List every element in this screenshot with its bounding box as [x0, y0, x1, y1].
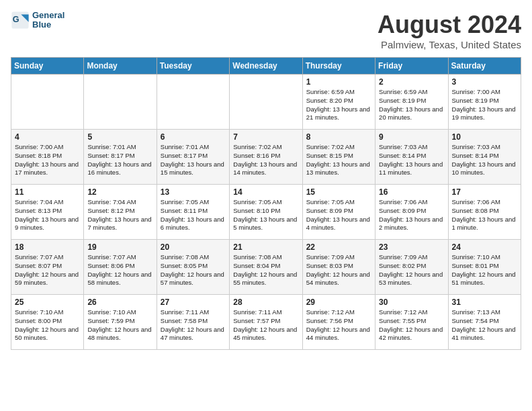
calendar-cell: 14Sunrise: 7:05 AM Sunset: 8:10 PM Dayli…	[230, 185, 302, 240]
cell-info: Sunrise: 7:05 AM Sunset: 8:11 PM Dayligh…	[161, 198, 226, 232]
weekday-header: Tuesday	[157, 58, 229, 75]
day-number: 7	[233, 132, 298, 142]
cell-info: Sunrise: 7:06 AM Sunset: 8:08 PM Dayligh…	[452, 198, 517, 232]
calendar-cell: 29Sunrise: 7:12 AM Sunset: 7:56 PM Dayli…	[302, 295, 375, 350]
cell-info: Sunrise: 7:06 AM Sunset: 8:09 PM Dayligh…	[379, 198, 444, 232]
day-number: 11	[15, 187, 80, 197]
day-number: 25	[15, 298, 80, 307]
logo-icon: G	[11, 11, 30, 30]
weekday-header: Saturday	[448, 58, 521, 75]
day-number: 21	[233, 242, 298, 252]
calendar-cell: 20Sunrise: 7:08 AM Sunset: 8:05 PM Dayli…	[157, 240, 229, 295]
calendar-cell: 30Sunrise: 7:12 AM Sunset: 7:55 PM Dayli…	[375, 295, 448, 350]
calendar-cell: 17Sunrise: 7:06 AM Sunset: 8:08 PM Dayli…	[448, 185, 521, 240]
cell-info: Sunrise: 7:05 AM Sunset: 8:09 PM Dayligh…	[306, 198, 371, 232]
logo-line2: Blue	[32, 20, 64, 30]
calendar-cell: 26Sunrise: 7:10 AM Sunset: 7:59 PM Dayli…	[84, 295, 157, 350]
calendar-cell: 22Sunrise: 7:09 AM Sunset: 8:03 PM Dayli…	[302, 240, 375, 295]
cell-info: Sunrise: 7:12 AM Sunset: 7:56 PM Dayligh…	[306, 308, 371, 342]
weekday-header: Wednesday	[230, 58, 302, 75]
cell-info: Sunrise: 7:03 AM Sunset: 8:14 PM Dayligh…	[452, 143, 517, 177]
cell-info: Sunrise: 7:13 AM Sunset: 7:54 PM Dayligh…	[452, 308, 517, 342]
calendar-cell: 31Sunrise: 7:13 AM Sunset: 7:54 PM Dayli…	[448, 295, 521, 350]
cell-info: Sunrise: 7:10 AM Sunset: 7:59 PM Dayligh…	[87, 308, 152, 342]
cell-info: Sunrise: 7:00 AM Sunset: 8:19 PM Dayligh…	[452, 88, 517, 122]
day-number: 10	[452, 132, 517, 142]
logo-text: General Blue	[32, 11, 64, 30]
calendar-cell: 23Sunrise: 7:09 AM Sunset: 8:02 PM Dayli…	[375, 240, 448, 295]
calendar-week: 25Sunrise: 7:10 AM Sunset: 8:00 PM Dayli…	[11, 295, 521, 350]
day-number: 16	[379, 187, 444, 197]
calendar-cell: 24Sunrise: 7:10 AM Sunset: 8:01 PM Dayli…	[448, 240, 521, 295]
day-number: 15	[306, 187, 371, 197]
cell-info: Sunrise: 7:05 AM Sunset: 8:10 PM Dayligh…	[233, 198, 298, 232]
day-number: 13	[161, 187, 226, 197]
calendar-cell: 3Sunrise: 7:00 AM Sunset: 8:19 PM Daylig…	[448, 75, 521, 130]
cell-info: Sunrise: 7:04 AM Sunset: 8:12 PM Dayligh…	[87, 198, 152, 232]
day-number: 3	[452, 77, 517, 87]
cell-info: Sunrise: 7:03 AM Sunset: 8:14 PM Dayligh…	[379, 143, 444, 177]
calendar-body: 1Sunrise: 6:59 AM Sunset: 8:20 PM Daylig…	[11, 75, 521, 350]
day-number: 20	[161, 242, 226, 252]
calendar-week: 4Sunrise: 7:00 AM Sunset: 8:18 PM Daylig…	[11, 130, 521, 185]
day-number: 1	[306, 77, 371, 87]
day-number: 29	[306, 298, 371, 307]
calendar-cell: 21Sunrise: 7:08 AM Sunset: 8:04 PM Dayli…	[230, 240, 302, 295]
cell-info: Sunrise: 7:01 AM Sunset: 8:17 PM Dayligh…	[161, 143, 226, 177]
calendar-cell: 15Sunrise: 7:05 AM Sunset: 8:09 PM Dayli…	[302, 185, 375, 240]
calendar-cell: 27Sunrise: 7:11 AM Sunset: 7:58 PM Dayli…	[157, 295, 229, 350]
cell-info: Sunrise: 7:10 AM Sunset: 8:00 PM Dayligh…	[15, 308, 80, 342]
calendar-cell: 4Sunrise: 7:00 AM Sunset: 8:18 PM Daylig…	[11, 130, 84, 185]
weekday-header: Thursday	[302, 58, 375, 75]
calendar-week: 18Sunrise: 7:07 AM Sunset: 8:07 PM Dayli…	[11, 240, 521, 295]
calendar-cell: 7Sunrise: 7:02 AM Sunset: 8:16 PM Daylig…	[230, 130, 302, 185]
calendar-cell: 9Sunrise: 7:03 AM Sunset: 8:14 PM Daylig…	[375, 130, 448, 185]
calendar-cell	[11, 75, 84, 130]
cell-info: Sunrise: 7:10 AM Sunset: 8:01 PM Dayligh…	[452, 253, 517, 287]
cell-info: Sunrise: 6:59 AM Sunset: 8:20 PM Dayligh…	[306, 88, 371, 122]
calendar-cell: 6Sunrise: 7:01 AM Sunset: 8:17 PM Daylig…	[157, 130, 229, 185]
calendar-cell: 5Sunrise: 7:01 AM Sunset: 8:17 PM Daylig…	[84, 130, 157, 185]
svg-text:G: G	[13, 15, 19, 24]
day-number: 14	[233, 187, 298, 197]
day-number: 23	[379, 242, 444, 252]
day-number: 18	[15, 242, 80, 252]
day-number: 30	[379, 298, 444, 307]
calendar-header: SundayMondayTuesdayWednesdayThursdayFrid…	[11, 58, 521, 75]
cell-info: Sunrise: 7:09 AM Sunset: 8:03 PM Dayligh…	[306, 253, 371, 287]
cell-info: Sunrise: 7:07 AM Sunset: 8:06 PM Dayligh…	[87, 253, 152, 287]
cell-info: Sunrise: 7:12 AM Sunset: 7:55 PM Dayligh…	[379, 308, 444, 342]
day-number: 26	[87, 298, 152, 307]
weekday-header: Monday	[84, 58, 157, 75]
day-number: 2	[379, 77, 444, 87]
logo-line1: General	[32, 11, 64, 20]
day-number: 28	[233, 298, 298, 307]
calendar-cell: 1Sunrise: 6:59 AM Sunset: 8:20 PM Daylig…	[302, 75, 375, 130]
day-number: 8	[306, 132, 371, 142]
cell-info: Sunrise: 7:09 AM Sunset: 8:02 PM Dayligh…	[379, 253, 444, 287]
cell-info: Sunrise: 7:00 AM Sunset: 8:18 PM Dayligh…	[15, 143, 80, 177]
calendar-cell: 8Sunrise: 7:02 AM Sunset: 8:15 PM Daylig…	[302, 130, 375, 185]
day-number: 5	[87, 132, 152, 142]
day-number: 22	[306, 242, 371, 252]
cell-info: Sunrise: 7:08 AM Sunset: 8:05 PM Dayligh…	[161, 253, 226, 287]
calendar-cell: 18Sunrise: 7:07 AM Sunset: 8:07 PM Dayli…	[11, 240, 84, 295]
day-number: 19	[87, 242, 152, 252]
weekday-header: Friday	[375, 58, 448, 75]
calendar-cell: 10Sunrise: 7:03 AM Sunset: 8:14 PM Dayli…	[448, 130, 521, 185]
day-number: 27	[161, 298, 226, 307]
cell-info: Sunrise: 7:02 AM Sunset: 8:16 PM Dayligh…	[233, 143, 298, 177]
weekday-header: Sunday	[11, 58, 84, 75]
weekday-row: SundayMondayTuesdayWednesdayThursdayFrid…	[11, 58, 521, 75]
cell-info: Sunrise: 7:04 AM Sunset: 8:13 PM Dayligh…	[15, 198, 80, 232]
cell-info: Sunrise: 7:11 AM Sunset: 7:58 PM Dayligh…	[161, 308, 226, 342]
calendar-table: SundayMondayTuesdayWednesdayThursdayFrid…	[11, 57, 521, 350]
calendar-cell: 11Sunrise: 7:04 AM Sunset: 8:13 PM Dayli…	[11, 185, 84, 240]
calendar-cell	[84, 75, 157, 130]
cell-info: Sunrise: 7:08 AM Sunset: 8:04 PM Dayligh…	[233, 253, 298, 287]
calendar-cell: 25Sunrise: 7:10 AM Sunset: 8:00 PM Dayli…	[11, 295, 84, 350]
day-number: 17	[452, 187, 517, 197]
cell-info: Sunrise: 6:59 AM Sunset: 8:19 PM Dayligh…	[379, 88, 444, 122]
month-title: August 2024	[378, 11, 521, 39]
calendar-cell: 2Sunrise: 6:59 AM Sunset: 8:19 PM Daylig…	[375, 75, 448, 130]
